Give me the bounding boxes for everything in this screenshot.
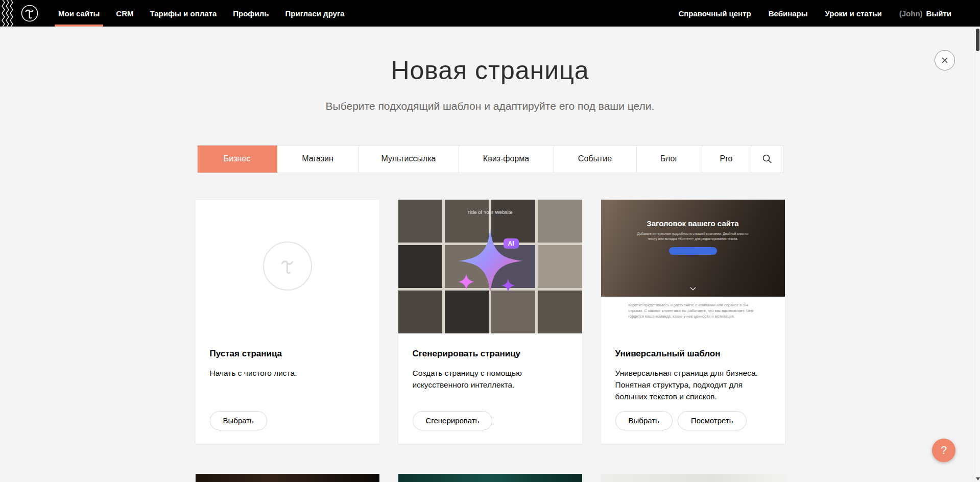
tilda-logo[interactable]: [20, 4, 39, 22]
card-title: Пустая страница: [210, 349, 365, 359]
ai-sparkle-icon: [447, 225, 534, 308]
template-text-section: Коротко представьтесь и расскажите о ком…: [601, 297, 785, 333]
template-card-partial: [398, 474, 582, 482]
tab-search[interactable]: [751, 146, 783, 173]
scrollbar[interactable]: [975, 27, 980, 482]
logout-link[interactable]: Выйти: [926, 9, 951, 18]
card-body: Пустая страница Начать с чистого листа.: [196, 333, 379, 379]
template-body-text: Коротко представьтесь и расскажите о ком…: [629, 302, 757, 333]
close-button[interactable]: [935, 50, 955, 70]
scrollbar-thumb[interactable]: [976, 29, 979, 51]
mosaic-tile: [398, 200, 442, 243]
mosaic-tile: [398, 245, 442, 288]
nav-link-webinars[interactable]: Вебинары: [769, 9, 808, 18]
page-subtitle: Выберите подходящий шаблон и адаптируйте…: [0, 100, 980, 112]
top-navbar: Мои сайты CRM Тарифы и оплата Профиль Пр…: [0, 0, 980, 27]
card-title: Универсальный шаблон: [615, 349, 771, 359]
nav-item-invite-friend[interactable]: Пригласи друга: [277, 0, 352, 27]
next-template-row: [196, 474, 785, 482]
generate-button[interactable]: Сгенерировать: [413, 411, 493, 430]
card-body: Универсальный шаблон Универсальная стран…: [601, 333, 785, 403]
help-button[interactable]: ?: [932, 439, 955, 462]
template-card-partial: [196, 474, 379, 482]
template-card-ai-generate: Title of Your Website: [398, 200, 582, 444]
tab-blog[interactable]: Блог: [637, 146, 702, 173]
preview-button[interactable]: Посмотреть: [678, 411, 747, 430]
card-description: Начать с чистого листа.: [210, 367, 365, 379]
tab-event[interactable]: Событие: [554, 146, 637, 173]
mosaic-site-title: Title of Your Website: [398, 210, 582, 215]
card-description: Создать страницу с помощью искусственног…: [413, 367, 568, 391]
template-cards-grid: Пустая страница Начать с чистого листа. …: [196, 200, 785, 444]
template-hero-subtext: Добавьте интересные подробности о вашей …: [632, 231, 754, 242]
search-icon: [762, 154, 772, 164]
card-actions: Выбрать Посмотреть: [615, 411, 747, 430]
user-name: (John): [899, 9, 923, 18]
choose-button[interactable]: Выбрать: [615, 411, 673, 430]
ai-badge: AI: [504, 238, 519, 249]
nav-link-help-center[interactable]: Справочный центр: [678, 9, 751, 18]
user-area: (John) Выйти: [899, 9, 951, 18]
mosaic-tile: [538, 291, 582, 333]
template-card-universal: Заголовок вашего сайта Добавьте интересн…: [601, 200, 785, 444]
card-actions: Сгенерировать: [413, 411, 493, 430]
template-hero-heading: Заголовок вашего сайта: [601, 200, 785, 228]
template-card-blank: Пустая страница Начать с чистого листа. …: [196, 200, 379, 444]
scrollbar-down-arrow[interactable]: [976, 477, 980, 480]
nav-item-my-sites[interactable]: Мои сайты: [50, 0, 108, 27]
card-description: Универсальная страница для бизнеса. Поня…: [615, 367, 771, 403]
blank-preview: [196, 200, 379, 333]
card-title: Сгенерировать страницу: [413, 349, 568, 359]
tab-business[interactable]: Бизнес: [198, 146, 277, 173]
tab-pro[interactable]: Pro: [702, 146, 751, 173]
close-icon: [941, 56, 949, 64]
nav-link-lessons[interactable]: Уроки и статьи: [825, 9, 882, 18]
page-title: Новая страница: [0, 56, 980, 86]
mosaic-tile: [538, 200, 582, 243]
nav-item-pricing[interactable]: Тарифы и оплата: [141, 0, 225, 27]
chevron-down-icon: [690, 283, 696, 293]
tilda-watermark-icon: [263, 242, 312, 291]
template-card-partial: [601, 474, 785, 482]
main-content: Новая страница Выберите подходящий шабло…: [0, 27, 980, 482]
tab-quiz-form[interactable]: Квиз-форма: [459, 146, 554, 173]
nav-item-profile[interactable]: Профиль: [225, 0, 277, 27]
universal-preview: Заголовок вашего сайта Добавьте интересн…: [601, 200, 785, 333]
mosaic-tile: [538, 245, 582, 288]
template-cta-button: [669, 247, 717, 255]
ai-preview: Title of Your Website: [398, 200, 582, 333]
main-menu: Мои сайты CRM Тарифы и оплата Профиль Пр…: [50, 0, 353, 27]
nav-item-crm[interactable]: CRM: [108, 0, 141, 27]
card-body: Сгенерировать страницу Создать страницу …: [398, 333, 582, 391]
choose-button[interactable]: Выбрать: [210, 411, 267, 430]
tab-multilink[interactable]: Мультиссылка: [359, 146, 459, 173]
template-category-tabs: Бизнес Магазин Мультиссылка Квиз-форма С…: [197, 145, 783, 173]
mosaic-tile: [398, 291, 442, 333]
card-actions: Выбрать: [210, 411, 267, 430]
navbar-right-links: Справочный центр Вебинары Уроки и статьи…: [678, 9, 951, 18]
tab-store[interactable]: Магазин: [277, 146, 359, 173]
zigzag-pattern-icon: [0, 0, 14, 27]
template-hero: Заголовок вашего сайта Добавьте интересн…: [601, 200, 785, 297]
